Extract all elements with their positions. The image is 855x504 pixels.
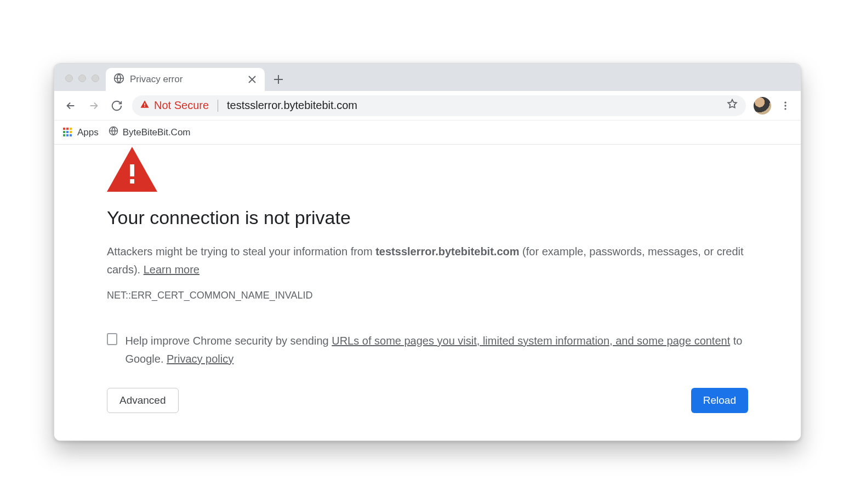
back-button[interactable] xyxy=(63,98,78,113)
tab-strip: Privacy error xyxy=(54,64,801,91)
reload-button[interactable] xyxy=(109,98,124,113)
desc-domain: testsslerror.bytebitebit.com xyxy=(375,245,519,257)
page-content: Your connection is not private Attackers… xyxy=(54,145,801,440)
svg-point-3 xyxy=(784,101,786,103)
opt-in-prefix: Help improve Chrome security by sending xyxy=(125,335,332,347)
toolbar: Not Secure testsslerror.bytebitebit.com xyxy=(54,91,801,121)
opt-in-details-link[interactable]: URLs of some pages you visit, limited sy… xyxy=(332,335,730,347)
bookmark-star-icon[interactable] xyxy=(726,98,738,113)
kebab-menu-icon[interactable] xyxy=(779,99,792,112)
window-maximize-icon[interactable] xyxy=(92,75,99,82)
browser-window: Privacy error Not Secure xyxy=(54,63,801,441)
warning-description: Attackers might be trying to steal your … xyxy=(107,243,748,279)
forward-button[interactable] xyxy=(86,98,101,113)
url-text: testsslerror.bytebitebit.com xyxy=(227,99,357,112)
warning-triangle-icon xyxy=(140,99,150,112)
new-tab-button[interactable] xyxy=(269,70,288,89)
opt-in-checkbox[interactable] xyxy=(107,333,117,345)
opt-in-row: Help improve Chrome security by sending … xyxy=(107,332,748,368)
globe-icon xyxy=(113,73,124,86)
svg-point-4 xyxy=(784,105,786,106)
svg-rect-8 xyxy=(130,179,134,184)
advanced-button[interactable]: Advanced xyxy=(107,388,179,413)
error-code: NET::ERR_CERT_COMMON_NAME_INVALID xyxy=(107,290,748,301)
apps-button[interactable]: Apps xyxy=(63,127,99,138)
learn-more-link[interactable]: Learn more xyxy=(144,264,200,276)
svg-rect-1 xyxy=(144,104,145,106)
divider xyxy=(218,100,218,112)
desc-text-prefix: Attackers might be trying to steal your … xyxy=(107,245,375,257)
page-heading: Your connection is not private xyxy=(107,207,748,228)
svg-rect-7 xyxy=(130,164,134,176)
tab-title: Privacy error xyxy=(130,74,242,85)
apps-label: Apps xyxy=(77,127,99,138)
button-row: Advanced Reload xyxy=(107,388,748,413)
svg-rect-2 xyxy=(144,106,145,107)
security-label: Not Secure xyxy=(154,99,209,112)
reload-page-button[interactable]: Reload xyxy=(691,388,748,413)
bookmarks-bar: Apps ByteBiteBit.Com xyxy=(54,121,801,145)
privacy-policy-link[interactable]: Privacy policy xyxy=(167,353,233,365)
bookmark-label: ByteBiteBit.Com xyxy=(123,127,191,138)
globe-icon xyxy=(109,126,118,139)
warning-triangle-icon xyxy=(107,147,748,192)
address-bar[interactable]: Not Secure testsslerror.bytebitebit.com xyxy=(132,95,746,116)
window-controls xyxy=(61,75,106,91)
bookmark-item[interactable]: ByteBiteBit.Com xyxy=(109,126,191,139)
opt-in-text: Help improve Chrome security by sending … xyxy=(125,332,748,368)
window-minimize-icon[interactable] xyxy=(78,75,86,82)
window-close-icon[interactable] xyxy=(65,75,73,82)
close-tab-icon[interactable] xyxy=(247,75,257,84)
browser-tab[interactable]: Privacy error xyxy=(106,68,265,91)
svg-point-5 xyxy=(784,108,786,110)
security-indicator[interactable]: Not Secure xyxy=(140,99,209,112)
apps-grid-icon xyxy=(63,128,73,138)
profile-avatar[interactable] xyxy=(754,97,771,114)
